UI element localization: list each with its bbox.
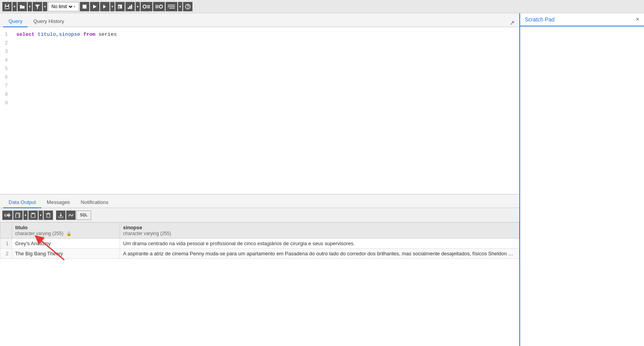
svg-rect-4 [83,5,86,9]
open-button[interactable] [18,2,27,11]
open-dropdown-button[interactable]: ▾ [28,2,32,11]
svg-text:?: ? [187,5,189,9]
tab-notifications[interactable]: Notifications [75,197,114,208]
svg-marker-39 [60,215,62,217]
tab-query-history[interactable]: Query History [28,16,69,27]
cell-sinopse-1[interactable]: Um drama centrado na vida pessoal e prof… [120,239,519,249]
line-numbers: 1 2 3 4 5 6 7 8 9 [0,27,12,194]
filter-dropdown-button[interactable]: ▾ [43,2,47,11]
data-table-wrap[interactable]: titulo character varying (255) 🔒 sinopse… [0,222,519,346]
cell-titulo-2[interactable]: The Big Bang Theory [12,249,120,259]
table-row: 1 Grey's Anatomy Um drama centrado na vi… [0,239,519,249]
query-tabs: Query Query History ↗ [0,13,519,27]
cell-sinopse-2[interactable]: A aspirante a atriz de cinema Penny muda… [120,249,519,259]
help-button[interactable]: ? [183,2,192,11]
graph-button[interactable] [66,211,76,220]
scratch-pad-title: Scratch Pad [525,16,636,23]
explain-dropdown-button[interactable]: ▾ [110,2,115,11]
svg-rect-11 [131,5,132,9]
row-num-1: 1 [0,239,12,249]
svg-rect-35 [47,214,50,218]
svg-text:E: E [118,5,121,9]
code-content[interactable]: select titulo,sinopse from series [12,27,519,194]
data-table: titulo character varying (255) 🔒 sinopse… [0,222,519,259]
svg-point-20 [160,5,162,8]
svg-rect-1 [6,4,8,6]
tab-messages[interactable]: Messages [41,197,75,208]
svg-rect-32 [16,214,19,218]
indent-dropdown-button[interactable]: ▾ [178,2,182,11]
filter-button[interactable] [33,2,42,11]
cell-titulo-1[interactable]: Grey's Anatomy [12,239,120,249]
run-button[interactable] [90,2,99,11]
code-editor[interactable]: 1 2 3 4 5 6 7 8 9 select titulo,sinopse … [0,27,519,194]
col-sinopse-header[interactable]: sinopse character varying (255) [120,223,519,239]
save-button[interactable] [2,2,12,11]
delete-button[interactable] [44,211,53,220]
sql-button[interactable]: SQL [76,211,91,220]
result-toolbar: ▾ ▾ SQL [0,208,519,222]
main-container: Query Query History ↗ 1 2 3 4 5 6 7 8 9 … [0,13,644,346]
limit-select[interactable]: No limit 100 500 1000 [50,4,74,10]
indent-button[interactable] [166,2,177,11]
tab-query[interactable]: Query [3,16,28,27]
left-panel: Query Query History ↗ 1 2 3 4 5 6 7 8 9 … [0,13,519,346]
result-panel: Data Output Messages Notifications ▾ [0,194,519,346]
svg-rect-10 [129,6,131,9]
chart-button[interactable] [125,2,135,11]
chart-dropdown-button[interactable]: ▾ [136,2,140,11]
limit-select-wrap[interactable]: No limit 100 500 1000 ▾ [48,2,79,11]
stop-button[interactable] [80,2,89,11]
scratch-pad-panel: Scratch Pad × [519,13,644,346]
svg-rect-37 [48,213,49,214]
copy-button[interactable] [13,211,23,220]
scratch-pad-content[interactable] [520,26,644,346]
lock-icon: 🔒 [66,231,72,236]
svg-rect-2 [5,7,9,9]
svg-marker-3 [35,5,40,9]
col-titulo-header[interactable]: titulo character varying (255) 🔒 [12,223,120,239]
paste-dropdown-button[interactable]: ▾ [39,211,43,220]
tab-data-output[interactable]: Data Output [3,197,41,208]
top-toolbar: ▾ ▾ ▾ No limit 100 500 1000 ▾ ▾ E ▾ [0,0,644,13]
svg-marker-5 [93,5,97,9]
svg-point-14 [143,5,146,8]
save-dropdown-button[interactable]: ▾ [12,2,17,11]
svg-marker-6 [103,5,106,9]
svg-rect-34 [32,213,34,214]
format-btn1[interactable] [141,2,152,11]
format-btn2[interactable] [153,2,165,11]
import-button[interactable] [56,211,65,220]
expand-button[interactable]: ↗ [510,19,516,26]
scratch-pad-close-button[interactable]: × [636,16,639,23]
copy-dropdown-button[interactable]: ▾ [23,211,28,220]
result-tabs: Data Output Messages Notifications [0,194,519,208]
expand-icon: ↗ [510,19,515,26]
svg-rect-9 [128,7,129,9]
table-row: 2 The Big Bang Theory A aspirante a atri… [0,249,519,259]
scratch-pad-header: Scratch Pad × [520,13,644,26]
check-button[interactable]: E [115,2,125,11]
row-num-header [0,223,12,239]
add-row-button[interactable] [2,211,12,220]
explain-button[interactable] [100,2,109,11]
paste-button[interactable] [28,211,38,220]
svg-marker-25 [168,6,169,7]
row-num-2: 2 [0,249,12,259]
